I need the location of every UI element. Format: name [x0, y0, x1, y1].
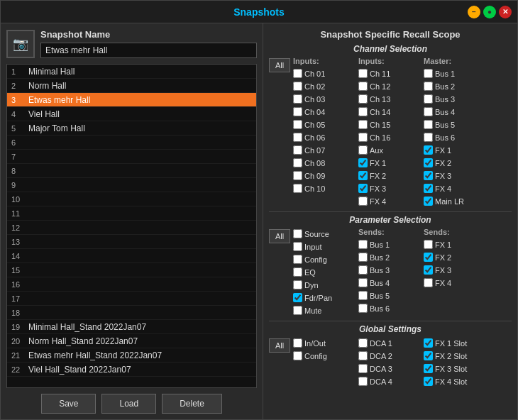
list-item[interactable]: 18 — [7, 306, 256, 320]
master-label: Bus 4 — [435, 108, 455, 116]
param-checkbox[interactable] — [293, 255, 302, 264]
channel-checkbox[interactable] — [293, 145, 302, 155]
param-sends-col1: Sends: Bus 1Bus 2Bus 3Bus 4Bus 5Bus 6 — [358, 228, 415, 316]
snapshot-list[interactable]: 1Minimal Hall2Norm Hall3Etwas mehr Hall4… — [6, 64, 257, 388]
channel-checkbox[interactable] — [358, 94, 368, 104]
master-checkbox[interactable] — [424, 107, 433, 116]
channel-checkbox[interactable] — [293, 94, 302, 104]
list-item[interactable]: 5Major Tom Hall — [7, 121, 256, 136]
fx-slot-checkbox[interactable] — [424, 351, 433, 360]
master-checkbox[interactable] — [424, 171, 433, 180]
master-checkbox[interactable] — [424, 82, 433, 91]
global-checkbox[interactable] — [293, 338, 302, 348]
sends-checkbox[interactable] — [358, 265, 368, 275]
param-checkbox[interactable] — [293, 267, 302, 277]
channel-checkbox[interactable] — [293, 69, 302, 78]
channel-checkbox[interactable] — [358, 82, 368, 91]
save-button[interactable]: Save — [41, 394, 96, 414]
sends-checkbox[interactable] — [358, 240, 368, 249]
list-item[interactable]: 16 — [7, 277, 256, 292]
minimize-button[interactable]: − — [468, 6, 480, 18]
master-checkbox[interactable] — [424, 94, 433, 104]
list-item[interactable]: 15 — [7, 263, 256, 277]
global-checkbox[interactable] — [293, 351, 302, 360]
list-item[interactable]: 6 — [7, 136, 256, 150]
item-label: Major Tom Hall — [28, 123, 85, 133]
list-item[interactable]: 4Viel Hall — [7, 107, 256, 121]
list-item[interactable]: 9 — [7, 178, 256, 192]
channel-checkbox[interactable] — [358, 133, 368, 142]
channel-checkbox[interactable] — [358, 107, 368, 116]
channel-checkbox[interactable] — [293, 82, 302, 91]
list-item[interactable]: 19Minimal Hall_Stand 2022Jan07 — [7, 320, 256, 334]
sends-checkbox[interactable] — [358, 278, 368, 287]
channel-checkbox[interactable] — [358, 171, 368, 180]
list-item[interactable]: 1Minimal Hall — [7, 65, 256, 79]
fx-slot-checkbox[interactable] — [424, 364, 433, 373]
channel-checkbox[interactable] — [358, 184, 368, 193]
list-item[interactable]: 3Etwas mehr Hall — [7, 93, 256, 107]
master-checkbox[interactable] — [424, 120, 433, 129]
fx-slot-checkbox[interactable] — [424, 338, 433, 348]
snapshot-name-input[interactable] — [40, 43, 257, 58]
dca-checkbox[interactable] — [358, 364, 368, 373]
master-checkbox[interactable] — [424, 133, 433, 142]
master-checkbox[interactable] — [424, 69, 433, 78]
dca-checkbox[interactable] — [358, 338, 368, 348]
channel-checkbox[interactable] — [358, 120, 368, 129]
all-channels-button[interactable]: All — [269, 58, 290, 72]
list-item[interactable]: 2Norm Hall — [7, 79, 256, 93]
list-item[interactable]: 20Norm Hall_Stand 2022Jan07 — [7, 334, 256, 348]
check-row: FX 3 Slot — [424, 363, 480, 375]
master-checkbox[interactable] — [424, 184, 433, 193]
param-label: Input — [304, 243, 321, 251]
channel-label: Ch 09 — [304, 172, 325, 180]
param-checkbox[interactable] — [293, 306, 302, 315]
list-item[interactable]: 10 — [7, 192, 256, 206]
load-button[interactable]: Load — [101, 394, 156, 414]
channel-checkbox[interactable] — [358, 197, 368, 206]
sends-checkbox[interactable] — [358, 253, 368, 262]
all-parameters-button[interactable]: All — [269, 229, 290, 243]
list-item[interactable]: 14 — [7, 249, 256, 263]
channel-checkbox[interactable] — [293, 107, 302, 116]
param-checkbox[interactable] — [293, 293, 302, 302]
list-item[interactable]: 17 — [7, 292, 256, 306]
sends-checkbox[interactable] — [424, 278, 433, 287]
list-item[interactable]: 22Viel Hall_Stand 2022Jan07 — [7, 363, 256, 377]
delete-button[interactable]: Delete — [162, 394, 222, 414]
list-item[interactable]: 12 — [7, 221, 256, 235]
list-item[interactable]: 8 — [7, 164, 256, 178]
dca-checkbox[interactable] — [358, 351, 368, 360]
list-item[interactable]: 21Etwas mehr Hall_Stand 2022Jan07 — [7, 348, 256, 363]
fx-slot-checkbox[interactable] — [424, 377, 433, 386]
close-button[interactable]: ✕ — [499, 6, 512, 18]
channel-checkbox[interactable] — [358, 158, 368, 167]
master-checkbox[interactable] — [424, 158, 433, 167]
channel-selection-section: Channel Selection All Inputs: Ch 01Ch 02… — [269, 44, 512, 207]
list-item[interactable]: 11 — [7, 206, 256, 221]
channel-checkbox[interactable] — [293, 120, 302, 129]
check-row: Bus 2 — [424, 80, 480, 92]
param-checkbox[interactable] — [293, 242, 302, 251]
channel-checkbox[interactable] — [358, 145, 368, 155]
sends-checkbox[interactable] — [358, 291, 368, 300]
channel-checkbox[interactable] — [358, 69, 368, 78]
sends-checkbox[interactable] — [424, 265, 433, 275]
param-checkbox[interactable] — [293, 229, 302, 238]
param-checkbox[interactable] — [293, 280, 302, 289]
dca-checkbox[interactable] — [358, 377, 368, 386]
list-item[interactable]: 13 — [7, 235, 256, 249]
channel-checkbox[interactable] — [293, 184, 302, 193]
channel-checkbox[interactable] — [293, 171, 302, 180]
maximize-button[interactable]: ● — [483, 6, 496, 18]
channel-checkbox[interactable] — [293, 133, 302, 142]
sends-checkbox[interactable] — [424, 253, 433, 262]
master-checkbox[interactable] — [424, 197, 433, 206]
all-global-button[interactable]: All — [269, 338, 290, 353]
master-checkbox[interactable] — [424, 145, 433, 155]
sends-checkbox[interactable] — [358, 304, 368, 313]
list-item[interactable]: 7 — [7, 150, 256, 164]
channel-checkbox[interactable] — [293, 158, 302, 167]
sends-checkbox[interactable] — [424, 240, 433, 249]
